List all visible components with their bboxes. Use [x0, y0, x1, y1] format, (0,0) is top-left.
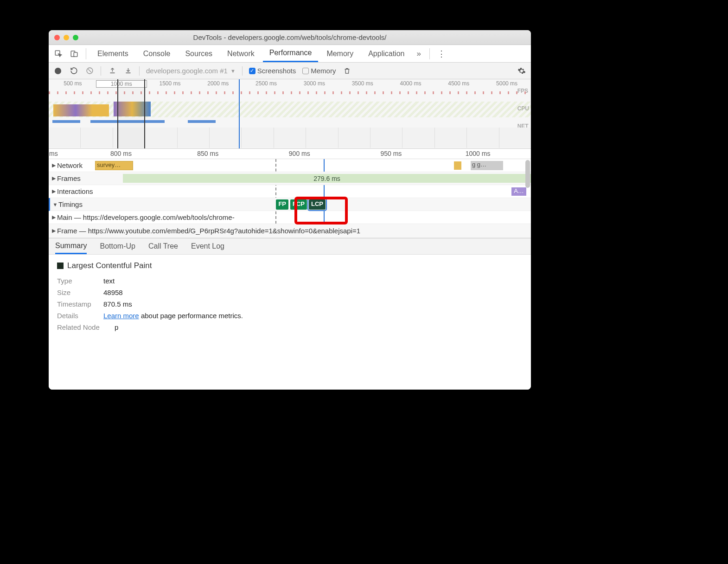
network-entry[interactable]	[454, 161, 461, 170]
summary-key: Type	[57, 277, 97, 285]
tab-application[interactable]: Application	[362, 45, 411, 62]
track-timings[interactable]: ▼ Timings FP FCP LCP	[49, 198, 531, 211]
load-profile-icon[interactable]	[108, 66, 117, 76]
track-frame-label: Frame — https://www.youtube.com/embed/G_…	[57, 227, 360, 235]
overview-tick: 1500 ms	[146, 80, 194, 87]
device-toolbar-icon[interactable]	[67, 47, 81, 61]
memory-checkbox[interactable]: Memory	[302, 67, 336, 75]
close-window-button[interactable]	[54, 35, 60, 40]
expand-icon[interactable]: ▶	[51, 214, 57, 220]
summary-value[interactable]: p	[115, 323, 118, 331]
svg-rect-2	[74, 52, 77, 57]
interaction-entry[interactable]: A…	[511, 187, 526, 196]
overview-tick: 4500 ms	[434, 80, 483, 87]
screenshots-checkbox[interactable]: ✓ Screenshots	[249, 67, 296, 75]
summary-key: Related Node	[57, 323, 108, 331]
save-profile-icon[interactable]	[123, 66, 133, 76]
tab-memory[interactable]: Memory	[320, 45, 360, 62]
reload-button[interactable]	[69, 66, 78, 76]
track-main[interactable]: ▶ Main — https://developers.google.com/w…	[49, 211, 531, 224]
overview-timeline[interactable]: 500 ms 1000 ms 1500 ms 2000 ms 2500 ms 3…	[49, 79, 531, 149]
details-tabbar: Summary Bottom-Up Call Tree Event Log	[49, 238, 531, 255]
summary-value: text	[103, 277, 115, 285]
tab-network[interactable]: Network	[221, 45, 261, 62]
traffic-lights	[54, 30, 78, 45]
titlebar: DevTools - developers.google.com/web/too…	[49, 30, 531, 45]
btab-event-log[interactable]: Event Log	[191, 238, 224, 254]
garbage-collect-icon[interactable]	[342, 66, 351, 76]
ruler-tick: 950 ms	[380, 150, 402, 157]
overview-tick: 4000 ms	[387, 80, 435, 87]
track-timings-label: Timings	[58, 200, 83, 208]
zoom-window-button[interactable]	[73, 35, 78, 40]
summary-row-related-node: Related Node p	[57, 323, 523, 331]
btab-call-tree[interactable]: Call Tree	[148, 238, 178, 254]
flamechart-ruler[interactable]: ms 800 ms 850 ms 900 ms 950 ms 1000 ms	[49, 149, 531, 159]
summary-row-type: Type text	[57, 277, 523, 285]
ruler-tick: 850 ms	[197, 150, 218, 157]
record-button[interactable]	[53, 66, 63, 76]
summary-value: Learn more about page performance metric…	[103, 312, 243, 320]
network-entry[interactable]: survey…	[95, 161, 133, 170]
perf-toolbar: developers.google.com #1 ▼ ✓ Screenshots…	[49, 63, 531, 79]
collapse-icon[interactable]: ▼	[52, 202, 58, 207]
minimize-window-button[interactable]	[64, 35, 69, 40]
track-network[interactable]: ▶ Network survey… g g…	[49, 159, 531, 172]
ruler-tick: 800 ms	[110, 150, 132, 157]
track-frame[interactable]: ▶ Frame — https://www.youtube.com/embed/…	[49, 224, 531, 238]
track-frames-label: Frames	[57, 174, 81, 182]
devtools-window: DevTools - developers.google.com/web/too…	[49, 30, 531, 390]
inspect-element-icon[interactable]	[51, 47, 65, 61]
overview-tick: 5000 ms	[483, 80, 531, 87]
summary-key: Size	[57, 288, 97, 296]
marker-fcp[interactable]: FCP	[290, 199, 307, 210]
overview-tick: 3000 ms	[290, 80, 338, 87]
tab-console[interactable]: Console	[137, 45, 177, 62]
screenshots-label: Screenshots	[257, 67, 296, 75]
ruler-tick: 900 ms	[289, 150, 310, 157]
separator	[139, 66, 140, 76]
tab-sources[interactable]: Sources	[179, 45, 219, 62]
marker-fp[interactable]: FP	[276, 199, 288, 210]
expand-icon[interactable]: ▶	[51, 228, 57, 234]
summary-title: Largest Contentful Paint	[67, 261, 152, 270]
summary-swatch	[57, 263, 64, 269]
tab-elements[interactable]: Elements	[91, 45, 135, 62]
overview-selection[interactable]	[117, 79, 145, 148]
track-frames[interactable]: ▶ Frames 279.6 ms	[49, 172, 531, 185]
expand-icon[interactable]: ▶	[51, 175, 57, 181]
btab-bottom-up[interactable]: Bottom-Up	[100, 238, 135, 254]
clear-button[interactable]	[85, 66, 94, 76]
separator	[429, 48, 430, 59]
summary-value: 870.5 ms	[103, 300, 132, 308]
btab-summary[interactable]: Summary	[55, 238, 87, 254]
tab-performance[interactable]: Performance	[263, 45, 319, 62]
svg-rect-4	[110, 72, 115, 73]
scrollbar[interactable]	[525, 160, 530, 188]
settings-gear-icon[interactable]	[517, 66, 526, 76]
summary-row-details: Details Learn more about page performanc…	[57, 312, 523, 320]
recording-select[interactable]: developers.google.com #1 ▼	[146, 67, 236, 75]
overview-tick: 2500 ms	[242, 80, 290, 87]
track-interactions[interactable]: ▶ Interactions A…	[49, 185, 531, 198]
marker-lcp[interactable]: LCP	[309, 199, 326, 210]
learn-more-link[interactable]: Learn more	[103, 312, 139, 320]
separator	[101, 66, 101, 76]
separator	[242, 66, 243, 76]
summary-title-row: Largest Contentful Paint	[57, 261, 523, 270]
expand-icon[interactable]: ▶	[51, 162, 57, 168]
chevron-down-icon: ▼	[230, 68, 236, 74]
overview-tick: 2000 ms	[194, 80, 242, 87]
recording-select-label: developers.google.com #1	[146, 67, 228, 75]
summary-value: 48958	[103, 288, 123, 296]
track-network-label: Network	[57, 161, 83, 169]
more-tabs-icon[interactable]: »	[413, 49, 424, 58]
network-entry[interactable]: g g…	[471, 161, 503, 170]
separator	[86, 48, 86, 59]
track-main-label: Main — https://developers.google.com/web…	[57, 213, 235, 221]
kebab-menu-icon[interactable]: ⋮	[434, 49, 448, 59]
expand-icon[interactable]: ▶	[51, 188, 57, 194]
summary-panel: Largest Contentful Paint Type text Size …	[49, 255, 531, 390]
frame-duration-bar[interactable]: 279.6 ms	[123, 174, 531, 183]
overview-tick: 500 ms	[49, 80, 97, 87]
